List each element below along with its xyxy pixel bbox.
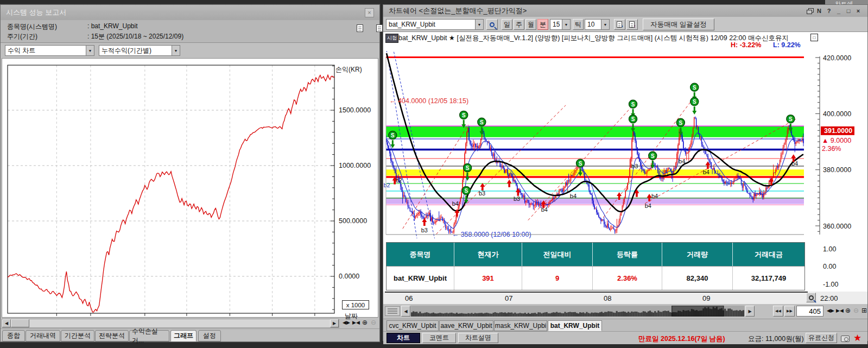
navigator-preview[interactable] — [411, 306, 744, 317]
cascade-windows-icon[interactable] — [807, 8, 813, 14]
chart-tab-aave[interactable]: aave_KRW_Upbit — [439, 320, 493, 331]
screenshot-icon[interactable] — [841, 336, 850, 342]
cell-symbol: bat_KRW_Upbit — [387, 267, 454, 290]
svg-text:360.0000: 360.0000 — [823, 223, 851, 230]
period-value: : 15분 (2025/10/18 ~ 2025/12/09) — [87, 32, 183, 41]
period-week-button[interactable]: 주 — [514, 19, 524, 30]
chevron-down-icon[interactable]: ▼ — [475, 20, 483, 29]
save-report-icon[interactable] — [357, 24, 363, 32]
close-icon[interactable]: × — [854, 7, 862, 15]
col-value: 거래대금 — [733, 243, 804, 266]
chevron-down-icon[interactable]: ▼ — [562, 20, 570, 29]
svg-text:0.0000: 0.0000 — [339, 273, 359, 280]
svg-text:1000.0000: 1000.0000 — [339, 162, 371, 169]
zoom-in-icon[interactable]: ⊕ — [362, 319, 368, 326]
tab-summary[interactable]: 종합 — [2, 330, 25, 341]
svg-text:b3: b3 — [479, 190, 485, 197]
report-info-panel: 종목명(시스템명) : bat_KRW_Upbit 주기(기간) : 15분 (… — [1, 20, 379, 43]
navigator-grip[interactable] — [385, 306, 400, 316]
col-volume: 거래량 — [662, 243, 733, 266]
tab-period-analysis[interactable]: 기간분석 — [61, 330, 94, 341]
chart-tab-mask[interactable]: mask_KRW_Upbi — [494, 320, 547, 331]
status-tab-chart[interactable]: 차트 — [387, 333, 420, 343]
nav-right-icon[interactable]: ▶ — [745, 306, 755, 317]
collapse-icon[interactable]: ▶◀ — [836, 308, 844, 313]
scroll-right-icon[interactable]: ▶ — [330, 319, 339, 327]
fit-width-icon[interactable]: ◀▶ — [827, 308, 834, 313]
tab-profit-loss[interactable]: 수익손실거... — [129, 330, 169, 341]
collapse-icon[interactable]: ▶◀ — [352, 320, 360, 325]
auto-trade-settings-button[interactable]: 자동매매 일괄설정 — [643, 18, 714, 30]
col-change: 전일대비 — [522, 243, 593, 266]
report-toolbar: 수익 차트 ▼ 누적수익(기간별) ▼ — [1, 43, 379, 58]
svg-text:S: S — [579, 161, 582, 167]
tab-trade-history[interactable]: 거래내역 — [26, 330, 60, 341]
fit-width-icon[interactable]: ◀▶ — [343, 320, 350, 325]
scrollbar-thumb[interactable] — [11, 319, 29, 327]
robot-settings-icon[interactable]: R — [626, 19, 638, 30]
svg-text:b4: b4 — [651, 193, 658, 199]
svg-text:b3: b3 — [514, 195, 520, 202]
svg-text:b2: b2 — [383, 182, 390, 188]
equity-h-scrollbar[interactable]: ◀ ▶ — [2, 319, 339, 328]
sub-axis-tick-0: 0.00 — [823, 263, 836, 270]
zoom-in-icon[interactable]: ⊕ — [845, 307, 851, 314]
symbol-search-button[interactable] — [486, 19, 498, 30]
col-symbol: 종목명 — [387, 243, 454, 266]
nav-left-icon[interactable]: ◀ — [401, 306, 410, 317]
tab-settings[interactable]: 설정 — [198, 330, 221, 341]
svg-text:b4: b4 — [570, 193, 576, 199]
tab-strategy-analysis[interactable]: 전략분석 — [95, 330, 129, 341]
help-icon[interactable]: ? — [825, 7, 833, 15]
tab-graph[interactable]: 그래프 — [170, 330, 197, 341]
candlestick-chart[interactable]: SSSSSSSSSSSSSb2b2b3b4b3b3b4b4b3b4b4b4b4b… — [383, 51, 867, 238]
status-tab-description[interactable]: 차트설명 — [458, 333, 498, 343]
tick-button[interactable]: 틱 — [573, 19, 584, 30]
magnifier-button[interactable] — [806, 293, 816, 302]
metric-select[interactable]: 누적수익(기간별) ▼ — [99, 45, 180, 56]
chartshare-titlebar[interactable]: 차트쉐어 <손절없는_분할매수_평단가익절> N ? _ □ × — [383, 5, 867, 17]
chevron-down-icon[interactable]: ▼ — [86, 46, 94, 55]
period-minute-button[interactable]: 분 — [537, 19, 548, 30]
tick-interval-select[interactable]: 10 ▼ — [585, 19, 610, 30]
performance-report-titlebar[interactable]: 시스템 성능 보고서 × — [1, 5, 379, 20]
pay-button[interactable]: 유료신청 — [806, 333, 837, 343]
table-row[interactable]: bat_KRW_Upbit 391 9 2.36% 82,340 32,117,… — [387, 267, 804, 290]
print-report-icon[interactable] — [376, 24, 383, 32]
nav-rewind-icon[interactable]: ◀◀ — [773, 306, 783, 317]
nav-forward-icon[interactable]: ▶▶ — [784, 306, 795, 317]
status-tab-comment[interactable]: 코멘트 — [422, 333, 456, 343]
equity-chart-area[interactable]: 1500.00001000.0000500.00000.00002611/191… — [2, 58, 378, 318]
svg-text:400.0000: 400.0000 — [823, 110, 851, 118]
svg-text:b4: b4 — [679, 158, 685, 164]
grid-layout-icon[interactable]: ⊞ — [861, 307, 867, 314]
maximize-icon[interactable]: □ — [845, 7, 852, 15]
close-icon[interactable]: × — [365, 8, 374, 17]
minimize-icon[interactable]: _ — [835, 7, 842, 15]
chevron-down-icon[interactable]: ▼ — [172, 46, 180, 55]
chart-tab-cvc[interactable]: cvc_KRW_Upbit — [387, 320, 439, 331]
favorite-star-icon[interactable]: ★ — [853, 332, 861, 344]
chart-tab-bat[interactable]: bat_KRW_Upbit — [548, 320, 602, 331]
svg-text:S: S — [391, 132, 395, 138]
zoom-out-icon[interactable]: ⊖ — [853, 307, 859, 314]
chart-type-select[interactable]: 수익 차트 ▼ — [5, 45, 94, 56]
mdi-restore-icon[interactable]: □ — [810, 34, 818, 41]
minute-interval-select[interactable]: 15 ▼ — [550, 19, 571, 30]
new-chart-icon[interactable]: D — [614, 19, 625, 30]
time-tick-06: 06 — [405, 294, 413, 302]
bar-count-input[interactable] — [796, 306, 823, 317]
range-navigator: ◀ ▶ ◀◀ ▶▶ ◀▶ ▶◀ ⊕ ⊖ ⊞ — [383, 304, 867, 319]
symbol-select[interactable]: bat_KRW_Upbit ▼ — [386, 19, 484, 30]
search-icon — [809, 295, 814, 300]
period-day-button[interactable]: 일 — [502, 19, 512, 30]
chevron-down-icon[interactable]: ▼ — [601, 20, 609, 29]
svg-text:b3: b3 — [421, 227, 428, 233]
performance-report-window: 시스템 성능 보고서 × 종목명(시스템명) : bat_KRW_Upbit 주… — [0, 4, 380, 342]
period-month-button[interactable]: 월 — [525, 19, 536, 30]
scroll-left-icon[interactable]: ◀ — [2, 319, 11, 327]
new-window-icon[interactable]: N — [815, 7, 823, 15]
tick-interval-value: 10 — [585, 20, 601, 29]
metric-value: 누적수익(기간별) — [99, 46, 172, 56]
zoom-out-icon[interactable]: ⊖ — [371, 319, 376, 326]
